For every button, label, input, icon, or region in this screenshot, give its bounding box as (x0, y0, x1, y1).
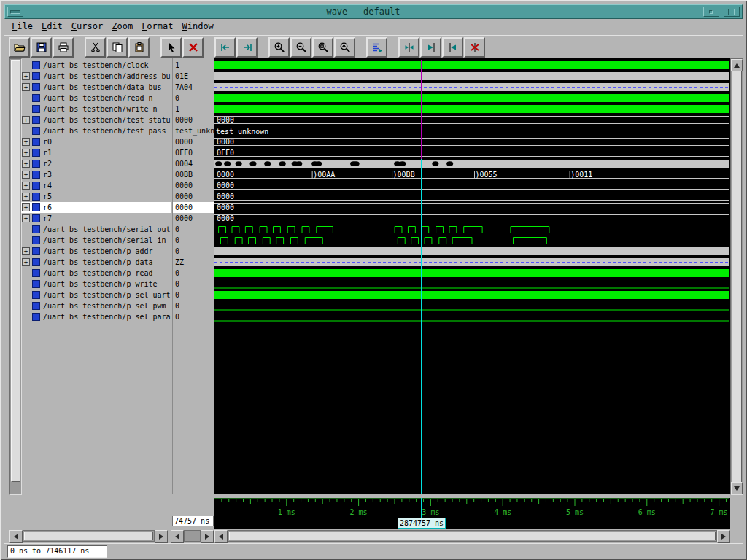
names-vscroll-thumb[interactable] (11, 60, 20, 482)
signal-row-r1[interactable]: +r1 (21, 147, 171, 158)
signal-value-r1[interactable]: 0FF0 (173, 147, 214, 158)
wave-r0[interactable]: 0000 (214, 136, 729, 147)
tree-expander-icon[interactable]: + (22, 149, 30, 157)
signal-value-uart-bs-testbench-read-n[interactable]: 0 (173, 93, 214, 104)
zoom-in-button[interactable] (268, 37, 290, 58)
signal-value-uart-bs-testbench-serial-in[interactable]: 0 (173, 235, 214, 246)
wave-uart-bs-testbench-address-bu[interactable] (214, 71, 729, 82)
wave-hscroll-thumb[interactable] (229, 532, 716, 540)
cursor-line[interactable] (421, 159, 422, 494)
signal-value-r2[interactable]: 0004 (173, 158, 214, 169)
signal-value-uart-bs-testbench-p-data[interactable]: ZZ (173, 257, 214, 268)
wave-uart-bs-testbench-p-read[interactable] (214, 268, 729, 279)
signal-value-r4[interactable]: 0000 (173, 180, 214, 191)
cursor-time-box[interactable]: 2874757 ns (398, 518, 446, 529)
wave-uart-bs-testbench-p-addr[interactable] (214, 246, 729, 257)
signal-row-uart-bs-testbench-serial-in[interactable]: /uart_bs_testbench/serial_in (21, 235, 171, 246)
signal-value-uart-bs-testbench-test-statu[interactable]: 0000 (173, 114, 214, 125)
scroll-right-icon[interactable] (717, 530, 730, 543)
copy-button[interactable] (107, 37, 128, 58)
tree-expander-icon[interactable]: + (22, 116, 30, 124)
signal-row-r4[interactable]: +r4 (21, 180, 171, 191)
names-hscroll-thumb[interactable] (24, 532, 153, 540)
titlebar[interactable]: wave - default (4, 4, 743, 19)
cursor-prev-button[interactable] (398, 37, 419, 58)
signal-row-uart-bs-testbench-p-sel-pwm[interactable]: /uart_bs_testbench/p_sel_pwm (21, 300, 171, 311)
open-button[interactable] (9, 37, 30, 58)
signal-row-r6[interactable]: +r6 (21, 202, 171, 213)
signal-value-r5[interactable]: 0000 (173, 191, 214, 202)
signal-value-uart-bs-testbench-data-bus[interactable]: 7A04 (173, 82, 214, 93)
tree-expander-icon[interactable]: + (22, 72, 30, 80)
wave-area[interactable]: 0000test_unknown00000FF00000)00AA)00BB)0… (214, 58, 730, 494)
maximize-button[interactable] (724, 7, 740, 17)
signal-row-r2[interactable]: +r2 (21, 158, 171, 169)
signal-row-r7[interactable]: +r7 (21, 213, 171, 224)
wave-vertical-scrollbar[interactable] (730, 58, 743, 495)
delete-button[interactable] (182, 37, 204, 58)
signal-value-uart-bs-testbench-p-write[interactable]: 0 (173, 279, 214, 289)
signal-row-uart-bs-testbench-p-data[interactable]: +/uart_bs_testbench/p_data (21, 257, 171, 268)
select-pointer-button[interactable] (160, 37, 182, 58)
wave-uart-bs-testbench-test-statu[interactable]: 0000 (214, 114, 729, 125)
wave-uart-bs-testbench-serial-in[interactable] (214, 235, 729, 246)
signal-row-uart-bs-testbench-address-bu[interactable]: +/uart_bs_testbench/address_bu (21, 71, 171, 82)
save-button[interactable] (31, 37, 52, 58)
cursor-line-upper[interactable] (421, 60, 422, 159)
signal-row-uart-bs-testbench-p-addr[interactable]: +/uart_bs_testbench/p_addr (21, 246, 171, 257)
wave-uart-bs-testbench-clock[interactable] (214, 60, 729, 71)
zoom-full-button[interactable] (334, 37, 355, 58)
signal-row-uart-bs-testbench-serial-out[interactable]: /uart_bs_testbench/serial_out (21, 224, 171, 235)
wave-uart-bs-testbench-p-sel-pwm[interactable] (214, 300, 729, 311)
signal-value-r7[interactable]: 0000 (173, 213, 214, 224)
signal-value-uart-bs-testbench-clock[interactable]: 1 (173, 60, 214, 71)
zoom-area-button[interactable] (312, 37, 333, 58)
menu-file[interactable]: File (10, 20, 40, 33)
tree-expander-icon[interactable]: + (22, 171, 30, 179)
add-to-wave-button[interactable] (366, 37, 387, 58)
signal-row-uart-bs-testbench-data-bus[interactable]: +/uart_bs_testbench/data_bus (21, 82, 171, 93)
names-horizontal-scrollbar[interactable] (9, 530, 168, 542)
menu-zoom[interactable]: Zoom (110, 20, 140, 33)
cursor-delete-button[interactable] (464, 37, 485, 58)
values-horizontal-scrollbar[interactable] (171, 530, 214, 542)
menu-format[interactable]: Format (140, 20, 180, 33)
wave-r5[interactable]: 0000 (214, 191, 729, 202)
cursor-step-right-button[interactable] (442, 37, 463, 58)
signal-row-uart-bs-testbench-read-n[interactable]: /uart_bs_testbench/read_n (21, 93, 171, 104)
paste-button[interactable] (128, 37, 150, 58)
wave-uart-bs-testbench-p-data[interactable] (214, 257, 729, 268)
wave-r3[interactable]: 0000)00AA)00BB)0055)0011 (214, 169, 729, 180)
minimize-button[interactable] (703, 7, 719, 17)
signal-value-uart-bs-testbench-serial-out[interactable]: 0 (173, 224, 214, 235)
signal-value-uart-bs-testbench-p-sel-uart[interactable]: 0 (173, 289, 214, 300)
wave-uart-bs-testbench-data-bus[interactable] (214, 82, 729, 93)
signal-row-uart-bs-testbench-clock[interactable]: /uart_bs_testbench/clock (21, 60, 171, 71)
signal-row-r5[interactable]: +r5 (21, 191, 171, 202)
wave-uart-bs-testbench-read-n[interactable] (214, 93, 729, 104)
wave-r7[interactable]: 0000 (214, 213, 729, 224)
signal-value-uart-bs-testbench-address-bu[interactable]: 01E (173, 71, 214, 82)
tree-expander-icon[interactable]: + (22, 247, 30, 255)
tree-expander-icon[interactable]: + (22, 138, 30, 146)
cursor-step-left-button[interactable] (420, 37, 441, 58)
wave-horizontal-scrollbar[interactable] (214, 530, 730, 542)
signal-value-uart-bs-testbench-test-pass[interactable]: test_unkn (173, 125, 214, 136)
signal-row-uart-bs-testbench-test-statu[interactable]: +/uart_bs_testbench/test_statu (21, 114, 171, 125)
tree-expander-icon[interactable]: + (22, 214, 30, 222)
scroll-left-icon[interactable] (9, 530, 23, 543)
cut-button[interactable] (85, 37, 106, 58)
tree-expander-icon[interactable]: + (22, 192, 30, 201)
timeline-cursor-line[interactable] (421, 498, 422, 518)
signal-row-uart-bs-testbench-p-sel-para[interactable]: /uart_bs_testbench/p_sel_para (21, 311, 171, 322)
signal-value-uart-bs-testbench-p-addr[interactable]: 0 (173, 246, 214, 257)
signal-row-r3[interactable]: +r3 (21, 169, 171, 180)
signal-value-uart-bs-testbench-p-sel-pwm[interactable]: 0 (173, 300, 214, 311)
find-next-transition-button[interactable] (236, 37, 258, 58)
signal-value-r3[interactable]: 00BB (173, 169, 214, 180)
wave-uart-bs-testbench-p-sel-para[interactable] (214, 311, 729, 322)
scroll-right-icon[interactable] (201, 530, 214, 543)
signal-row-r0[interactable]: +r0 (21, 136, 171, 147)
menu-edit[interactable]: Edit (40, 20, 70, 33)
wave-vscroll-thumb[interactable] (732, 71, 742, 483)
